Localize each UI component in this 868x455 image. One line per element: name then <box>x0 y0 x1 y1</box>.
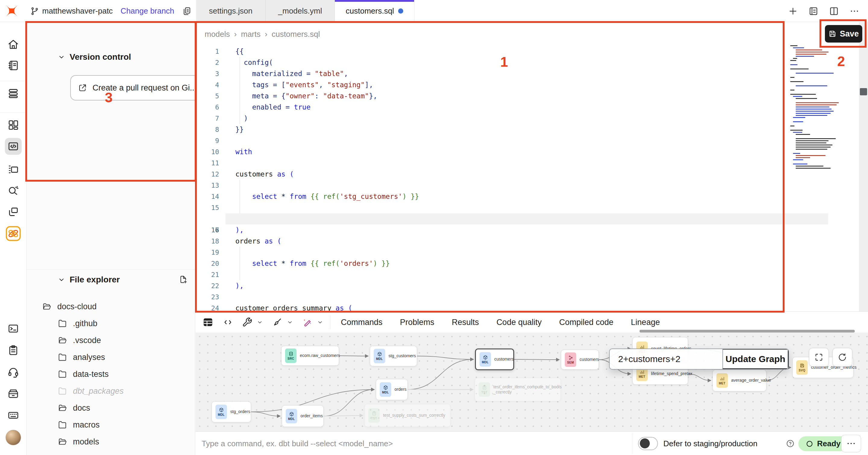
code-line-7[interactable]: 7 ) <box>195 113 798 124</box>
code-line-15[interactable]: 15 <box>195 202 798 213</box>
bottom-tab-compiled-code[interactable]: Compiled code <box>559 318 613 327</box>
rail-search-sparkle-icon[interactable] <box>5 182 22 199</box>
scrollbar-thumb[interactable] <box>860 88 867 95</box>
inline-code-icon[interactable] <box>223 317 233 328</box>
file-tree-item-data-tests[interactable]: data-tests <box>27 366 195 382</box>
wrench-icon[interactable] <box>242 317 252 328</box>
code-line-9[interactable]: 9 <box>195 135 798 146</box>
file-tree-item-docs[interactable]: docs <box>27 399 195 416</box>
plus-icon[interactable] <box>788 6 798 16</box>
code-line-11[interactable]: 11 <box>195 158 798 169</box>
create-pull-request-button[interactable]: Create a pull request on Gi... <box>70 75 215 101</box>
new-file-icon[interactable] <box>179 275 188 284</box>
rail-notebook-icon[interactable] <box>5 57 22 74</box>
code-line-4[interactable]: 4 tags = ["events", "staging"], <box>195 79 798 90</box>
lineage-node-customers[interactable]: SEMcustomers <box>561 350 599 370</box>
chevron-down-icon[interactable] <box>256 319 263 325</box>
lineage-selector-input[interactable]: 2+customers+2 <box>610 349 722 369</box>
bottom-tab-commands[interactable]: Commands <box>341 318 382 327</box>
file-tree-item-docs-cloud[interactable]: docs-cloud <box>27 298 195 315</box>
lineage-node-order_items[interactable]: MDLorder_items <box>282 405 324 427</box>
minimap[interactable] <box>790 45 845 172</box>
update-graph-button[interactable]: Update Graph <box>722 349 788 369</box>
code-editor[interactable]: models› marts› customers.sql 1{{2 config… <box>195 22 868 311</box>
code-line-18[interactable]: 18orders as ( <box>195 236 798 247</box>
chevron-down-icon[interactable] <box>287 319 293 325</box>
rail-atom-icon[interactable] <box>5 225 22 242</box>
change-branch-link[interactable]: Change branch <box>121 6 174 16</box>
rail-headset-icon[interactable] <box>5 364 22 380</box>
table-icon[interactable] <box>202 316 214 328</box>
broom-icon[interactable] <box>272 317 282 328</box>
tab-_models.yml[interactable]: _models.yml <box>266 0 335 22</box>
lineage-node-average_order_value[interactable]: METaverage_order_value <box>712 370 767 391</box>
lineage-node-customers[interactable]: MDLcustomers <box>475 348 514 370</box>
bottom-tab-code-quality[interactable]: Code quality <box>496 318 541 327</box>
lineage-node-stg_customers[interactable]: MDLstg_customers <box>370 346 417 366</box>
help-icon[interactable] <box>786 439 795 448</box>
lineage-canvas[interactable]: SRCecom.raw_customersMDLstg_customersMDL… <box>195 333 868 431</box>
code-lines[interactable]: 1{{2 config(3 materialized = "table",4 t… <box>195 46 798 311</box>
code-line-14[interactable]: 14 select * from {{ ref('stg_customers')… <box>195 191 798 202</box>
file-tree-item-macros[interactable]: macros <box>27 416 195 433</box>
lineage-node-orders[interactable]: MDLorders <box>376 379 408 400</box>
code-line-22[interactable]: 22), <box>195 280 798 291</box>
lineage-node-test_supply_costs_sum_correctly[interactable]: TSTtest_supply_costs_sum_correctly <box>364 404 451 427</box>
refresh-graph-button[interactable] <box>832 348 852 367</box>
code-line-10[interactable]: 10with <box>195 146 798 158</box>
file-tree-item-.vscode[interactable]: .vscode <box>27 332 195 349</box>
file-tree-item-analyses[interactable]: analyses <box>27 349 195 366</box>
file-tree-item-.github[interactable]: .github <box>27 315 195 332</box>
version-control-header[interactable]: Version control <box>58 52 131 62</box>
code-line-8[interactable]: 8}} <box>195 124 798 135</box>
bottom-tab-results[interactable]: Results <box>452 318 479 327</box>
code-line-13[interactable]: 13 <box>195 180 798 191</box>
code-line-5[interactable]: 5 meta = {"owner": "data-team"}, <box>195 90 798 102</box>
rail-clipboard-icon[interactable] <box>5 342 22 359</box>
tab-settings.json[interactable]: settings.json <box>196 0 266 22</box>
code-line-6[interactable]: 6 enabled = true <box>195 102 798 113</box>
rail-stack-icon[interactable] <box>5 85 22 102</box>
code-line-17[interactable]: 17 <box>195 225 798 236</box>
panel-list-icon[interactable] <box>808 6 818 16</box>
tab-customers.sql[interactable]: customers.sql <box>335 0 414 22</box>
file-tree-item-marts[interactable]: marts <box>27 450 195 455</box>
split-view-icon[interactable] <box>829 6 839 16</box>
editor-scrollbar[interactable] <box>859 22 868 311</box>
more-options-button[interactable] <box>841 435 861 452</box>
rail-avatar[interactable] <box>5 429 22 446</box>
command-input[interactable]: Type a command, ex. dbt build --select <… <box>202 432 393 455</box>
copy-file-icon[interactable] <box>182 6 192 16</box>
magic-pen-icon[interactable] <box>302 317 313 328</box>
rail-terminal-icon[interactable] <box>5 320 22 337</box>
dbt-logo-icon[interactable] <box>4 3 19 19</box>
fullscreen-button[interactable] <box>809 348 829 367</box>
chevron-down-icon[interactable] <box>317 319 323 325</box>
code-line-2[interactable]: 2 config( <box>195 57 798 68</box>
rail-windows-icon[interactable] <box>5 203 22 220</box>
save-button[interactable]: Save <box>825 25 862 42</box>
code-line-21[interactable]: 21 <box>195 269 798 280</box>
file-tree-item-models[interactable]: models <box>27 433 195 450</box>
lineage-node-test_order_items_compute_to_bools[interactable]: TSTtest_order_items_compute_to_bools _co… <box>475 378 561 401</box>
bottom-tab-problems[interactable]: Problems <box>400 318 434 327</box>
rail-drawer-icon[interactable] <box>5 385 22 402</box>
rail-frame-icon[interactable] <box>5 161 22 178</box>
defer-toggle[interactable] <box>638 437 658 450</box>
ellipsis-icon[interactable] <box>849 6 860 16</box>
lineage-node-stg_orders[interactable]: MDLstg_orders <box>212 401 251 422</box>
code-line-24[interactable]: 24customer_orders_summary as ( <box>195 303 798 311</box>
rail-grid-icon[interactable] <box>5 116 22 133</box>
code-line-19[interactable]: 19 <box>195 247 798 258</box>
code-line-16[interactable]: 16), <box>195 213 798 225</box>
rail-code-editor-icon[interactable] <box>5 138 22 155</box>
file-tree-item-dbt_packages[interactable]: dbt_packages <box>27 382 195 399</box>
lineage-node-ecom.raw_customers[interactable]: SRCecom.raw_customers <box>281 346 339 366</box>
code-line-23[interactable]: 23 <box>195 291 798 303</box>
code-line-3[interactable]: 3 materialized = "table", <box>195 68 798 79</box>
code-line-20[interactable]: 20 select * from {{ ref('orders') }} <box>195 258 798 269</box>
code-line-1[interactable]: 1{{ <box>195 46 798 57</box>
bottom-tabs-scrollbar-thumb[interactable] <box>640 330 855 333</box>
rail-keyboard-icon[interactable] <box>5 407 22 424</box>
code-line-12[interactable]: 12customers as ( <box>195 169 798 180</box>
